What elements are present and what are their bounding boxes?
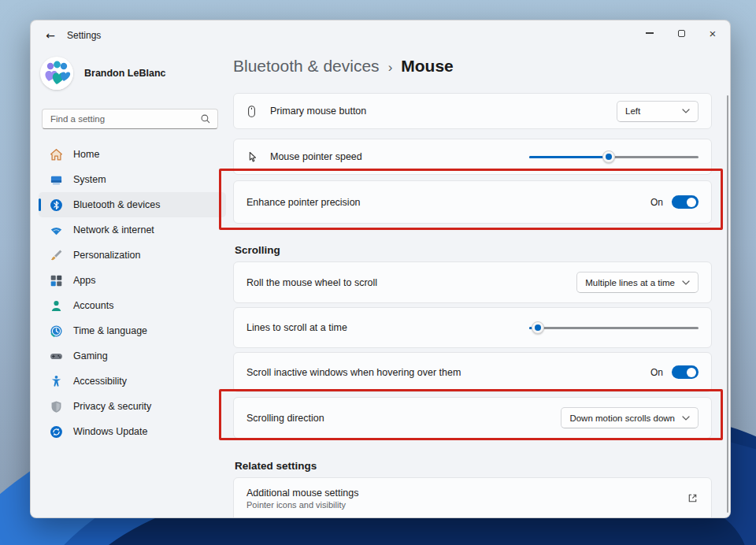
window-controls: × [634,20,728,46]
sidebar-item-home[interactable]: Home [39,142,226,167]
minimize-icon [646,32,654,33]
sidebar-item-windows-update[interactable]: Windows Update [39,419,226,444]
cursor-icon [246,151,260,163]
apps-icon [50,274,63,287]
search-input[interactable] [50,114,200,124]
scrolling-direction-value: Down motion scrolls down [569,413,675,423]
primary-mouse-button-label: Primary mouse button [270,106,366,117]
scrollbar[interactable] [727,95,728,513]
privacy-security-icon [50,400,63,413]
mouse-icon [246,105,260,118]
maximize-button[interactable] [665,20,697,46]
desktop-wallpaper: ← Settings × [0,0,756,545]
breadcrumb-parent[interactable]: Bluetooth & devices [233,57,380,76]
slider-fill [529,156,609,159]
wheel-scroll-card: Roll the mouse wheel to scroll Multiple … [233,261,712,303]
external-link-icon [687,492,699,504]
enhance-precision-toggle[interactable] [672,195,699,209]
chevron-down-icon [682,416,690,421]
pointer-speed-label: Mouse pointer speed [270,151,362,162]
breadcrumb: Bluetooth & devices › Mouse [233,57,454,76]
scrolling-section-header: Scrolling [235,244,280,256]
maximize-icon [678,30,685,37]
sidebar-item-accounts[interactable]: Accounts [39,293,226,318]
sidebar-item-label: Bluetooth & devices [73,199,161,210]
sidebar-item-apps[interactable]: Apps [39,268,226,293]
inactive-windows-card: Scroll inactive windows when hovering ov… [233,352,712,392]
sidebar-nav: Home System Bluetooth & devices [39,142,226,444]
additional-mouse-settings-card[interactable]: Additional mouse settings Pointer icons … [233,477,712,518]
sidebar-item-accessibility[interactable]: Accessibility [39,369,226,394]
user-name: Brandon LeBlanc [84,68,166,79]
close-button[interactable]: × [697,20,728,46]
network-icon [50,224,63,237]
related-settings-header: Related settings [235,460,317,472]
settings-window: ← Settings × [30,20,731,518]
gaming-icon [50,350,63,363]
wheel-scroll-value: Multiple lines at a time [585,278,675,287]
sidebar-item-label: Privacy & security [73,401,151,412]
sidebar-item-time-language[interactable]: Time & language [39,318,226,343]
scrolling-direction-dropdown[interactable]: Down motion scrolls down [561,407,699,428]
inactive-windows-state: On [650,367,663,378]
sidebar-item-label: System [73,174,106,185]
sidebar-item-label: Time & language [73,325,147,336]
lines-scroll-label: Lines to scroll at a time [246,322,347,333]
toggle-knob [687,198,696,207]
home-icon [50,148,63,161]
sidebar-item-label: Accounts [73,300,113,311]
time-language-icon [50,324,63,338]
avatar [40,57,73,90]
pointer-speed-card: Mouse pointer speed [233,139,712,175]
sidebar-item-privacy-security[interactable]: Privacy & security [39,394,226,419]
primary-button-value: Left [625,106,675,116]
chevron-down-icon [682,280,690,285]
user-profile[interactable]: Brandon LeBlanc [40,57,166,90]
search-icon [200,113,211,124]
search-box [42,109,218,129]
primary-mouse-button-card: Primary mouse button Left [233,93,712,129]
sidebar-item-bluetooth-devices[interactable]: Bluetooth & devices [39,192,226,217]
accessibility-icon [50,375,63,388]
additional-settings-subtitle: Pointer icons and visibility [246,500,358,510]
bluetooth-icon [50,198,63,212]
lines-scroll-card: Lines to scroll at a time [233,307,712,348]
minimize-button[interactable] [634,20,665,46]
close-icon: × [710,28,717,39]
wheel-scroll-label: Roll the mouse wheel to scroll [246,277,377,288]
slider-thumb[interactable] [532,321,544,334]
sidebar-item-label: Personalization [73,250,140,261]
sidebar-item-system[interactable]: System [39,167,226,192]
inactive-windows-label: Scroll inactive windows when hovering ov… [246,367,461,378]
lines-scroll-slider[interactable] [529,321,699,334]
enhance-precision-card: Enhance pointer precision On [233,180,712,224]
slider-track [529,327,699,330]
slider-thumb[interactable] [602,150,615,163]
sidebar-item-network-internet[interactable]: Network & internet [39,217,226,243]
sidebar-item-label: Apps [73,275,96,286]
pointer-speed-slider[interactable] [529,150,699,163]
chevron-down-icon [682,109,690,113]
accounts-icon [50,299,63,313]
additional-settings-title: Additional mouse settings [246,488,358,499]
sidebar-item-label: Accessibility [73,376,127,387]
sidebar-item-personalization[interactable]: Personalization [39,243,226,268]
enhance-precision-label: Enhance pointer precision [246,197,361,208]
wheel-scroll-dropdown[interactable]: Multiple lines at a time [576,272,699,293]
back-button[interactable]: ← [39,25,62,46]
scrolling-direction-card: Scrolling direction Down motion scrolls … [233,397,712,439]
toggle-knob [687,368,696,377]
primary-button-dropdown[interactable]: Left [617,101,699,122]
windows-update-icon [50,425,63,439]
sidebar-item-label: Windows Update [73,426,148,437]
sidebar-item-label: Gaming [73,350,108,361]
personalization-icon [50,249,63,262]
inactive-windows-toggle[interactable] [672,365,699,379]
window-title: Settings [67,30,101,41]
sidebar-item-gaming[interactable]: Gaming [39,343,226,369]
breadcrumb-separator-icon: › [388,60,393,76]
enhance-precision-state: On [650,197,663,208]
page-title: Mouse [401,57,454,76]
sidebar-item-label: Home [73,149,99,160]
system-icon [50,173,63,187]
